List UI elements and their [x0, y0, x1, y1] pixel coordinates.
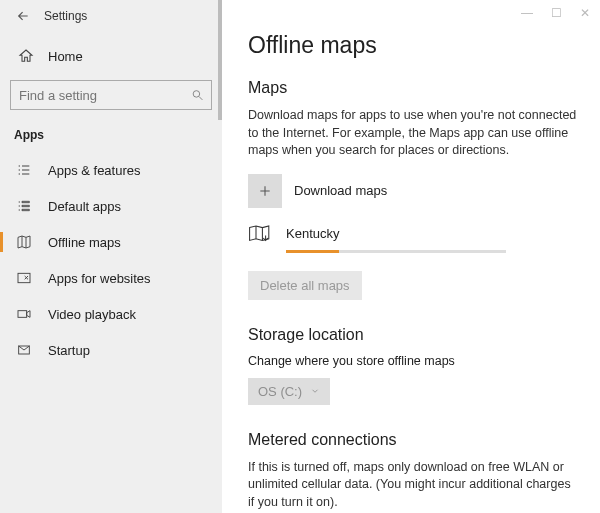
maps-section-header: Maps [248, 79, 578, 97]
search-input[interactable] [10, 80, 212, 110]
sidebar-item-default-apps[interactable]: Default apps [0, 188, 222, 224]
search-box[interactable] [10, 80, 212, 110]
maximize-button[interactable]: ☐ [551, 6, 562, 20]
plus-icon [257, 183, 273, 199]
download-progress-fill [286, 250, 339, 253]
map-item-row[interactable]: Kentucky [248, 224, 578, 244]
storage-section-header: Storage location [248, 326, 578, 344]
download-maps-label: Download maps [294, 183, 387, 198]
sidebar-item-apps-features[interactable]: Apps & features [0, 152, 222, 188]
window-controls: — ☐ ✕ [521, 6, 590, 20]
sidebar-item-label: Apps for websites [48, 271, 151, 286]
startup-icon [14, 342, 34, 358]
map-download-icon [248, 224, 282, 244]
download-maps-row[interactable]: Download maps [248, 174, 578, 208]
svg-rect-3 [18, 311, 27, 318]
search-icon [191, 89, 204, 102]
nav-home[interactable]: Home [0, 40, 222, 72]
main-content: — ☐ ✕ Offline maps Maps Download maps fo… [222, 0, 600, 513]
svg-rect-2 [18, 273, 30, 282]
close-button[interactable]: ✕ [580, 6, 590, 20]
maps-description: Download maps for apps to use when you'r… [248, 107, 578, 160]
storage-drive-dropdown[interactable]: OS (C:) [248, 378, 330, 405]
minimize-button[interactable]: — [521, 6, 533, 20]
sidebar-item-apps-websites[interactable]: Apps for websites [0, 260, 222, 296]
map-item-name: Kentucky [286, 226, 339, 241]
nav-home-label: Home [48, 49, 83, 64]
page-title: Offline maps [248, 32, 578, 59]
video-icon [14, 306, 34, 322]
map-icon [14, 234, 34, 250]
sidebar-item-video-playback[interactable]: Video playback [0, 296, 222, 332]
sidebar-item-startup[interactable]: Startup [0, 332, 222, 368]
svg-point-0 [193, 91, 200, 98]
defaults-icon [14, 198, 34, 214]
window-title: Settings [44, 9, 87, 23]
sidebar-item-label: Startup [48, 343, 90, 358]
metered-description: If this is turned off, maps only downloa… [248, 459, 578, 512]
home-icon [16, 48, 36, 64]
sidebar-item-label: Default apps [48, 199, 121, 214]
websites-icon [14, 270, 34, 286]
metered-section-header: Metered connections [248, 431, 578, 449]
titlebar: Settings [0, 0, 222, 32]
sidebar-item-offline-maps[interactable]: Offline maps [0, 224, 222, 260]
download-progress [286, 250, 506, 253]
sidebar-item-label: Offline maps [48, 235, 121, 250]
svg-line-1 [199, 97, 202, 100]
delete-all-maps-button[interactable]: Delete all maps [248, 271, 362, 300]
sidebar-section-header: Apps [0, 124, 222, 152]
sidebar-item-label: Apps & features [48, 163, 141, 178]
back-arrow-icon [16, 9, 30, 23]
storage-drive-value: OS (C:) [258, 384, 302, 399]
list-icon [14, 162, 34, 178]
storage-description: Change where you store offline maps [248, 354, 578, 368]
sidebar-item-label: Video playback [48, 307, 136, 322]
download-maps-button[interactable] [248, 174, 282, 208]
sidebar: Settings Home Apps Apps & features Defau… [0, 0, 222, 513]
chevron-down-icon [310, 386, 320, 396]
back-button[interactable] [14, 7, 32, 25]
